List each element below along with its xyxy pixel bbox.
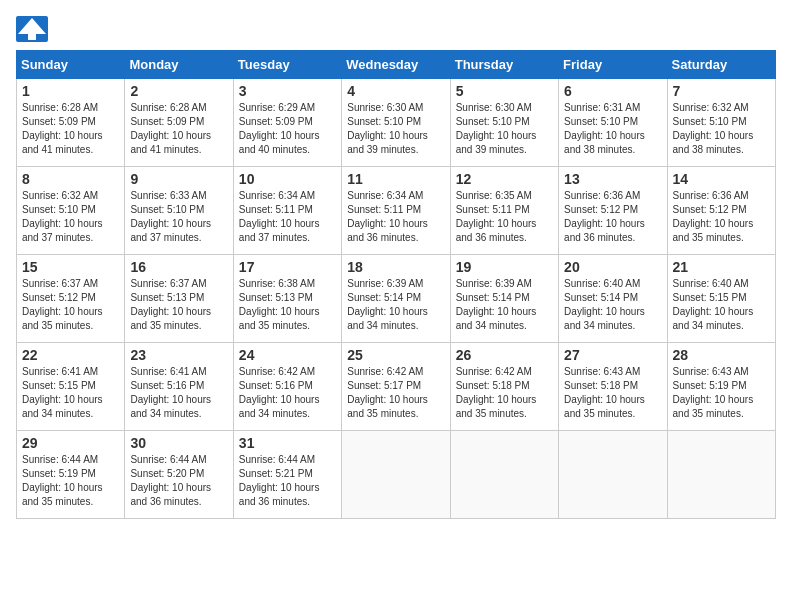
day-info: Sunrise: 6:28 AM Sunset: 5:09 PM Dayligh…	[130, 101, 227, 157]
day-number: 14	[673, 171, 770, 187]
day-number: 29	[22, 435, 119, 451]
calendar-cell: 10 Sunrise: 6:34 AM Sunset: 5:11 PM Dayl…	[233, 167, 341, 255]
day-info: Sunrise: 6:36 AM Sunset: 5:12 PM Dayligh…	[673, 189, 770, 245]
day-number: 26	[456, 347, 553, 363]
day-info: Sunrise: 6:43 AM Sunset: 5:18 PM Dayligh…	[564, 365, 661, 421]
day-info: Sunrise: 6:35 AM Sunset: 5:11 PM Dayligh…	[456, 189, 553, 245]
day-info: Sunrise: 6:39 AM Sunset: 5:14 PM Dayligh…	[456, 277, 553, 333]
calendar-cell	[559, 431, 667, 519]
day-info: Sunrise: 6:42 AM Sunset: 5:18 PM Dayligh…	[456, 365, 553, 421]
calendar-cell: 20 Sunrise: 6:40 AM Sunset: 5:14 PM Dayl…	[559, 255, 667, 343]
calendar-cell: 2 Sunrise: 6:28 AM Sunset: 5:09 PM Dayli…	[125, 79, 233, 167]
day-number: 11	[347, 171, 444, 187]
day-number: 24	[239, 347, 336, 363]
calendar-cell: 31 Sunrise: 6:44 AM Sunset: 5:21 PM Dayl…	[233, 431, 341, 519]
day-number: 1	[22, 83, 119, 99]
calendar-cell: 4 Sunrise: 6:30 AM Sunset: 5:10 PM Dayli…	[342, 79, 450, 167]
calendar-cell: 14 Sunrise: 6:36 AM Sunset: 5:12 PM Dayl…	[667, 167, 775, 255]
day-number: 17	[239, 259, 336, 275]
calendar-cell: 7 Sunrise: 6:32 AM Sunset: 5:10 PM Dayli…	[667, 79, 775, 167]
weekday-header: Thursday	[450, 51, 558, 79]
day-number: 4	[347, 83, 444, 99]
day-number: 15	[22, 259, 119, 275]
calendar-header-row: SundayMondayTuesdayWednesdayThursdayFrid…	[17, 51, 776, 79]
day-number: 19	[456, 259, 553, 275]
day-info: Sunrise: 6:33 AM Sunset: 5:10 PM Dayligh…	[130, 189, 227, 245]
page-header	[16, 16, 776, 42]
calendar-cell: 12 Sunrise: 6:35 AM Sunset: 5:11 PM Dayl…	[450, 167, 558, 255]
day-number: 16	[130, 259, 227, 275]
calendar-cell: 5 Sunrise: 6:30 AM Sunset: 5:10 PM Dayli…	[450, 79, 558, 167]
day-info: Sunrise: 6:28 AM Sunset: 5:09 PM Dayligh…	[22, 101, 119, 157]
day-number: 25	[347, 347, 444, 363]
day-number: 20	[564, 259, 661, 275]
day-info: Sunrise: 6:36 AM Sunset: 5:12 PM Dayligh…	[564, 189, 661, 245]
calendar-cell: 3 Sunrise: 6:29 AM Sunset: 5:09 PM Dayli…	[233, 79, 341, 167]
day-info: Sunrise: 6:31 AM Sunset: 5:10 PM Dayligh…	[564, 101, 661, 157]
logo	[16, 16, 52, 42]
calendar-cell: 28 Sunrise: 6:43 AM Sunset: 5:19 PM Dayl…	[667, 343, 775, 431]
calendar-cell: 18 Sunrise: 6:39 AM Sunset: 5:14 PM Dayl…	[342, 255, 450, 343]
day-info: Sunrise: 6:42 AM Sunset: 5:16 PM Dayligh…	[239, 365, 336, 421]
day-info: Sunrise: 6:44 AM Sunset: 5:19 PM Dayligh…	[22, 453, 119, 509]
calendar-week-row: 1 Sunrise: 6:28 AM Sunset: 5:09 PM Dayli…	[17, 79, 776, 167]
calendar-cell	[450, 431, 558, 519]
day-info: Sunrise: 6:38 AM Sunset: 5:13 PM Dayligh…	[239, 277, 336, 333]
day-info: Sunrise: 6:42 AM Sunset: 5:17 PM Dayligh…	[347, 365, 444, 421]
day-info: Sunrise: 6:34 AM Sunset: 5:11 PM Dayligh…	[347, 189, 444, 245]
day-number: 5	[456, 83, 553, 99]
calendar-cell: 13 Sunrise: 6:36 AM Sunset: 5:12 PM Dayl…	[559, 167, 667, 255]
day-info: Sunrise: 6:30 AM Sunset: 5:10 PM Dayligh…	[456, 101, 553, 157]
day-number: 27	[564, 347, 661, 363]
calendar-cell: 23 Sunrise: 6:41 AM Sunset: 5:16 PM Dayl…	[125, 343, 233, 431]
calendar-cell: 16 Sunrise: 6:37 AM Sunset: 5:13 PM Dayl…	[125, 255, 233, 343]
day-info: Sunrise: 6:30 AM Sunset: 5:10 PM Dayligh…	[347, 101, 444, 157]
calendar-cell: 21 Sunrise: 6:40 AM Sunset: 5:15 PM Dayl…	[667, 255, 775, 343]
calendar-cell: 30 Sunrise: 6:44 AM Sunset: 5:20 PM Dayl…	[125, 431, 233, 519]
weekday-header: Saturday	[667, 51, 775, 79]
day-number: 31	[239, 435, 336, 451]
weekday-header: Wednesday	[342, 51, 450, 79]
day-info: Sunrise: 6:43 AM Sunset: 5:19 PM Dayligh…	[673, 365, 770, 421]
calendar-cell: 1 Sunrise: 6:28 AM Sunset: 5:09 PM Dayli…	[17, 79, 125, 167]
day-info: Sunrise: 6:34 AM Sunset: 5:11 PM Dayligh…	[239, 189, 336, 245]
day-number: 18	[347, 259, 444, 275]
day-number: 2	[130, 83, 227, 99]
day-info: Sunrise: 6:32 AM Sunset: 5:10 PM Dayligh…	[22, 189, 119, 245]
day-info: Sunrise: 6:37 AM Sunset: 5:12 PM Dayligh…	[22, 277, 119, 333]
day-number: 10	[239, 171, 336, 187]
calendar-cell: 17 Sunrise: 6:38 AM Sunset: 5:13 PM Dayl…	[233, 255, 341, 343]
svg-rect-2	[28, 34, 36, 40]
weekday-header: Monday	[125, 51, 233, 79]
calendar-week-row: 29 Sunrise: 6:44 AM Sunset: 5:19 PM Dayl…	[17, 431, 776, 519]
day-info: Sunrise: 6:32 AM Sunset: 5:10 PM Dayligh…	[673, 101, 770, 157]
day-info: Sunrise: 6:41 AM Sunset: 5:16 PM Dayligh…	[130, 365, 227, 421]
calendar-cell: 22 Sunrise: 6:41 AM Sunset: 5:15 PM Dayl…	[17, 343, 125, 431]
day-number: 22	[22, 347, 119, 363]
calendar-cell: 9 Sunrise: 6:33 AM Sunset: 5:10 PM Dayli…	[125, 167, 233, 255]
weekday-header: Tuesday	[233, 51, 341, 79]
day-info: Sunrise: 6:40 AM Sunset: 5:14 PM Dayligh…	[564, 277, 661, 333]
day-number: 30	[130, 435, 227, 451]
calendar-cell	[667, 431, 775, 519]
calendar-cell: 24 Sunrise: 6:42 AM Sunset: 5:16 PM Dayl…	[233, 343, 341, 431]
calendar-cell: 19 Sunrise: 6:39 AM Sunset: 5:14 PM Dayl…	[450, 255, 558, 343]
day-number: 6	[564, 83, 661, 99]
day-number: 7	[673, 83, 770, 99]
logo-icon	[16, 16, 48, 42]
day-info: Sunrise: 6:29 AM Sunset: 5:09 PM Dayligh…	[239, 101, 336, 157]
calendar-week-row: 22 Sunrise: 6:41 AM Sunset: 5:15 PM Dayl…	[17, 343, 776, 431]
calendar-cell: 25 Sunrise: 6:42 AM Sunset: 5:17 PM Dayl…	[342, 343, 450, 431]
day-number: 8	[22, 171, 119, 187]
day-number: 21	[673, 259, 770, 275]
day-number: 12	[456, 171, 553, 187]
day-info: Sunrise: 6:39 AM Sunset: 5:14 PM Dayligh…	[347, 277, 444, 333]
calendar-week-row: 15 Sunrise: 6:37 AM Sunset: 5:12 PM Dayl…	[17, 255, 776, 343]
calendar-cell	[342, 431, 450, 519]
day-number: 28	[673, 347, 770, 363]
day-info: Sunrise: 6:44 AM Sunset: 5:20 PM Dayligh…	[130, 453, 227, 509]
calendar-week-row: 8 Sunrise: 6:32 AM Sunset: 5:10 PM Dayli…	[17, 167, 776, 255]
day-info: Sunrise: 6:41 AM Sunset: 5:15 PM Dayligh…	[22, 365, 119, 421]
calendar-cell: 26 Sunrise: 6:42 AM Sunset: 5:18 PM Dayl…	[450, 343, 558, 431]
day-info: Sunrise: 6:40 AM Sunset: 5:15 PM Dayligh…	[673, 277, 770, 333]
